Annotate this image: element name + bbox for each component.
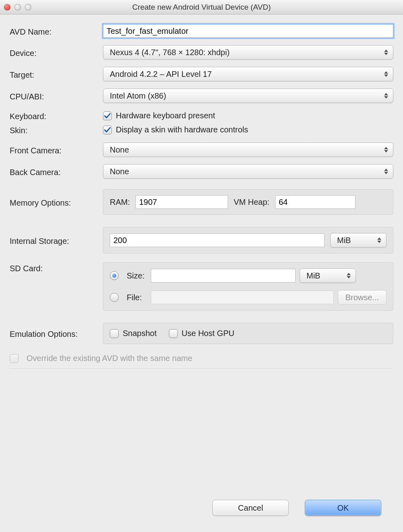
- ok-button[interactable]: OK: [305, 500, 381, 516]
- keyboard-checkbox[interactable]: [103, 111, 112, 120]
- device-select[interactable]: Nexus 4 (4.7", 768 × 1280: xhdpi): [103, 45, 393, 60]
- front-camera-select[interactable]: None: [103, 142, 393, 157]
- use-host-gpu-checkbox-label: Use Host GPU: [182, 329, 234, 338]
- label-front-camera: Front Camera:: [10, 144, 103, 155]
- cpu-abi-select-value: Intel Atom (x86): [110, 91, 166, 101]
- front-camera-value: None: [110, 145, 129, 155]
- target-select[interactable]: Android 4.2.2 – API Level 17: [103, 67, 393, 81]
- override-checkbox: [10, 354, 19, 363]
- keyboard-checkbox-label: Hardware keyboard present: [116, 111, 215, 120]
- back-camera-select[interactable]: None: [103, 164, 393, 179]
- internal-storage-input[interactable]: [110, 233, 325, 247]
- updown-icon: [384, 70, 389, 78]
- updown-icon: [384, 146, 389, 153]
- updown-icon: [384, 92, 389, 99]
- use-host-gpu-checkbox[interactable]: [169, 329, 178, 338]
- override-label: Override the existing AVD with the same …: [27, 354, 192, 363]
- sd-card-group: Size: MiB File: Browse...: [103, 262, 393, 311]
- internal-storage-group: MiB: [103, 227, 393, 254]
- override-row: Override the existing AVD with the same …: [10, 354, 393, 363]
- sd-size-input[interactable]: [151, 269, 296, 282]
- close-icon[interactable]: [4, 4, 10, 10]
- label-sd-card: SD Card:: [10, 262, 103, 273]
- zoom-icon[interactable]: [25, 4, 31, 10]
- updown-icon: [384, 168, 389, 175]
- target-select-value: Android 4.2.2 – API Level 17: [110, 70, 212, 79]
- cpu-abi-select[interactable]: Intel Atom (x86): [103, 89, 393, 103]
- label-skin: Skin:: [10, 124, 103, 135]
- label-target: Target:: [10, 69, 103, 80]
- label-keyboard: Keyboard:: [10, 110, 103, 121]
- label-avd-name: AVD Name:: [10, 26, 103, 37]
- sd-size-radio[interactable]: [110, 271, 119, 280]
- memory-options-group: RAM: VM Heap:: [103, 189, 393, 215]
- sd-size-label: Size:: [127, 271, 147, 280]
- label-back-camera: Back Camera:: [10, 166, 103, 177]
- ram-input[interactable]: [136, 195, 228, 209]
- label-device: Device:: [10, 47, 103, 58]
- updown-icon: [384, 49, 389, 56]
- label-emulation-options: Emulation Options:: [10, 328, 103, 339]
- label-internal-storage: Internal Storage:: [10, 235, 103, 246]
- divider: [10, 369, 393, 369]
- window-title: Create new Android Virtual Device (AVD): [0, 3, 403, 12]
- skin-checkbox-label: Display a skin with hardware controls: [116, 125, 248, 134]
- label-memory-options: Memory Options:: [10, 197, 103, 208]
- avd-name-input[interactable]: [103, 24, 393, 38]
- sd-size-unit-value: MiB: [306, 271, 320, 280]
- label-cpu-abi: CPU/ABI:: [10, 91, 103, 101]
- internal-storage-unit-value: MiB: [337, 236, 351, 245]
- sd-file-label: File:: [127, 293, 147, 302]
- snapshot-checkbox-label: Snapshot: [123, 329, 157, 338]
- traffic-lights: [4, 4, 31, 10]
- device-select-value: Nexus 4 (4.7", 768 × 1280: xhdpi): [110, 48, 230, 57]
- minimize-icon[interactable]: [14, 4, 21, 10]
- sd-file-radio[interactable]: [110, 293, 119, 302]
- emulation-options-group: Snapshot Use Host GPU: [103, 323, 393, 344]
- sd-size-unit-select[interactable]: MiB: [300, 268, 356, 283]
- cancel-button[interactable]: Cancel: [212, 500, 289, 516]
- snapshot-checkbox[interactable]: [110, 329, 119, 338]
- window-titlebar: Create new Android Virtual Device (AVD): [0, 0, 403, 14]
- updown-icon: [347, 272, 352, 279]
- browse-button[interactable]: Browse...: [338, 290, 387, 305]
- skin-checkbox[interactable]: [103, 126, 112, 134]
- ram-label: RAM:: [110, 198, 130, 207]
- updown-icon: [377, 237, 382, 244]
- internal-storage-unit-select[interactable]: MiB: [330, 233, 387, 247]
- back-camera-value: None: [110, 167, 129, 176]
- vm-heap-input[interactable]: [275, 195, 356, 209]
- sd-file-input: [151, 291, 334, 304]
- vm-heap-label: VM Heap:: [234, 198, 269, 207]
